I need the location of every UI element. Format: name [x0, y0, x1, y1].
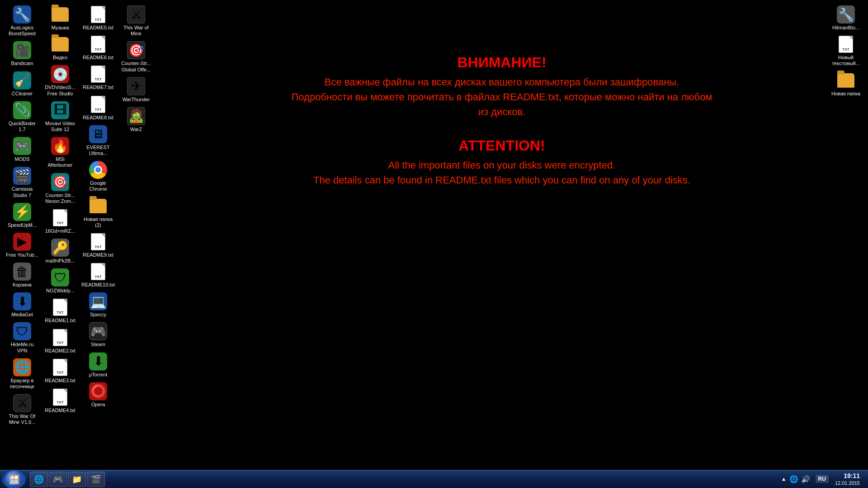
icon-readme1[interactable]: TXT README1.txt: [42, 296, 79, 325]
taskbar-steam-icon: 🎮: [53, 474, 63, 484]
icon-warz[interactable]: 🧟 WarZ: [118, 105, 155, 134]
icon-freeyoutube[interactable]: ▶ Free YouTub...: [4, 231, 41, 260]
ransomware-title-ru: ВНИМАНИЕ!: [145, 54, 859, 71]
taskbar-explorer-icon: 📁: [72, 474, 82, 484]
clock[interactable]: 19:11 12.01.2015: [831, 472, 863, 486]
icon-quickbinder[interactable]: 📎 QuickBinder 1.7: [4, 99, 41, 134]
icon-speccy[interactable]: 💻 Speccy: [80, 291, 117, 319]
tray-volume-icon[interactable]: 🔊: [801, 475, 810, 483]
icon-new-text-file[interactable]: TXT Новый текстовый...: [827, 33, 864, 68]
tray-up-arrow[interactable]: ▲: [781, 476, 787, 482]
icon-hitman-blo[interactable]: 🔧 HitmanBlo...: [827, 4, 864, 33]
taskbar-media-icon: 🎬: [91, 474, 101, 484]
system-tray: ▲ 🌐 🔊: [778, 475, 813, 483]
icon-mediaget[interactable]: ⬇ MediaGet: [4, 291, 41, 319]
icon-readme10[interactable]: TXT README10.txt: [80, 261, 117, 290]
icon-nozwiddy[interactable]: 🛡 NOZWiddy...: [42, 267, 79, 296]
taskbar-media[interactable]: 🎬: [87, 472, 105, 487]
ransomware-body-en: All the important files on your disks we…: [145, 158, 859, 188]
icon-readme5[interactable]: TXT README5.txt: [80, 4, 117, 33]
clock-date: 12.01.2015: [835, 480, 860, 486]
desktop-icons: 🔧 AusLogics BoostSpeed 🎥 Bandicam 🧹 CCle…: [0, 0, 156, 447]
icon-newfolder2[interactable]: Новая папка (2): [80, 195, 117, 230]
icon-speedupm[interactable]: ⚡ SpeedUpM...: [4, 201, 41, 230]
language-indicator[interactable]: RU: [816, 475, 829, 483]
icon-movavi[interactable]: 🎞 Movavi Video Suite 12: [42, 99, 79, 134]
start-button[interactable]: 🪟: [2, 470, 26, 488]
taskbar-chrome[interactable]: 🌐: [30, 472, 48, 487]
icon-readme7[interactable]: TXT README7.txt: [80, 63, 117, 92]
icon-counter-nexon[interactable]: 🎯 Counter-Str... Nexon Zom...: [42, 171, 79, 206]
icon-music-folder[interactable]: Музыка: [42, 4, 79, 33]
icon-warthunder[interactable]: ✈ WarThunder: [118, 75, 155, 104]
icon-dvdvideo[interactable]: 💿 DVDVideoS... Free Studio: [42, 63, 79, 98]
icon-mods[interactable]: 🎮 MODS: [4, 135, 41, 164]
taskbar-steam[interactable]: 🎮: [49, 472, 67, 487]
icon-ccleaner[interactable]: 🧹 CCleaner: [4, 70, 41, 99]
icon-new-folder[interactable]: Новая папка: [827, 70, 864, 99]
icon-ma9hpk2b[interactable]: 🔑 ma9HPk2B...: [42, 237, 79, 266]
icon-steam[interactable]: 🎮 Steam: [80, 320, 117, 349]
icon-camtasia[interactable]: 🎬 Camtasia Studio 7: [4, 165, 41, 200]
icon-google-chrome[interactable]: Google Chrome: [80, 159, 117, 194]
icon-readme6[interactable]: TXT README6.txt: [80, 33, 117, 62]
icon-recycle[interactable]: 🗑 Корзина: [4, 261, 41, 290]
taskbar-items: 🌐 🎮 📁 🎬: [28, 470, 778, 488]
taskbar-right: ▲ 🌐 🔊 RU 19:11 12.01.2015: [778, 472, 868, 486]
taskbar-chrome-icon: 🌐: [34, 474, 44, 484]
ransomware-message: ВНИМАНИЕ! Все важные файлы на всех диска…: [136, 45, 868, 197]
icon-video-folder[interactable]: Видео: [42, 33, 79, 62]
icon-readme4[interactable]: TXT README4.txt: [42, 386, 79, 415]
clock-time: 19:11: [835, 472, 860, 480]
icon-thiswarsofmine-v1[interactable]: ⚔ This War Of Mine V1.0...: [4, 392, 41, 427]
icon-readme2[interactable]: TXT README2.txt: [42, 327, 79, 356]
icon-readme9[interactable]: TXT README9.txt: [80, 231, 117, 260]
ransomware-body-ru: Все важные файлы на всех дисках вашего к…: [145, 75, 859, 119]
icon-msi-afterburner[interactable]: 🔥 MSI Afterburner: [42, 135, 79, 170]
icon-sandbox[interactable]: 🌐 Браузер в песочнице: [4, 357, 41, 391]
icon-16gd[interactable]: TXT 16Gd+mRZ...: [42, 207, 79, 236]
icon-csgo[interactable]: 🎯 Counter-Str... Global Offe...: [118, 39, 155, 74]
icon-opera[interactable]: ⭕ Opera: [80, 380, 117, 409]
icon-readme8[interactable]: TXT README8.txt: [80, 94, 117, 122]
ransomware-title-en: ATTENTION!: [145, 137, 859, 154]
taskbar-explorer[interactable]: 📁: [68, 472, 86, 487]
icon-readme3[interactable]: TXT README3.txt: [42, 357, 79, 385]
icon-everest[interactable]: 🖥 EVEREST Ultima...: [80, 123, 117, 158]
icon-bandicam[interactable]: 🎥 Bandicam: [4, 39, 41, 68]
desktop: ВНИМАНИЕ! Все важные файлы на всех диска…: [0, 0, 868, 470]
taskbar: 🪟 🌐 🎮 📁 🎬 ▲ 🌐 🔊 RU 19:11 12.01.2015: [0, 470, 868, 488]
icon-this-war-of-mine[interactable]: ⚔ This War of Mine: [118, 4, 155, 38]
icon-auslogics[interactable]: 🔧 AusLogics BoostSpeed: [4, 4, 41, 38]
desktop-icons-right: 🔧 HitmanBlo... TXT Новый текстовый... Но…: [824, 0, 868, 102]
start-orb: 🪟: [5, 471, 23, 488]
icon-utorrent[interactable]: ⬇ μTorrent: [80, 351, 117, 380]
icon-hidemevpn[interactable]: 🛡 HideMe.ru VPN: [4, 320, 41, 355]
tray-network-icon: 🌐: [789, 475, 798, 483]
